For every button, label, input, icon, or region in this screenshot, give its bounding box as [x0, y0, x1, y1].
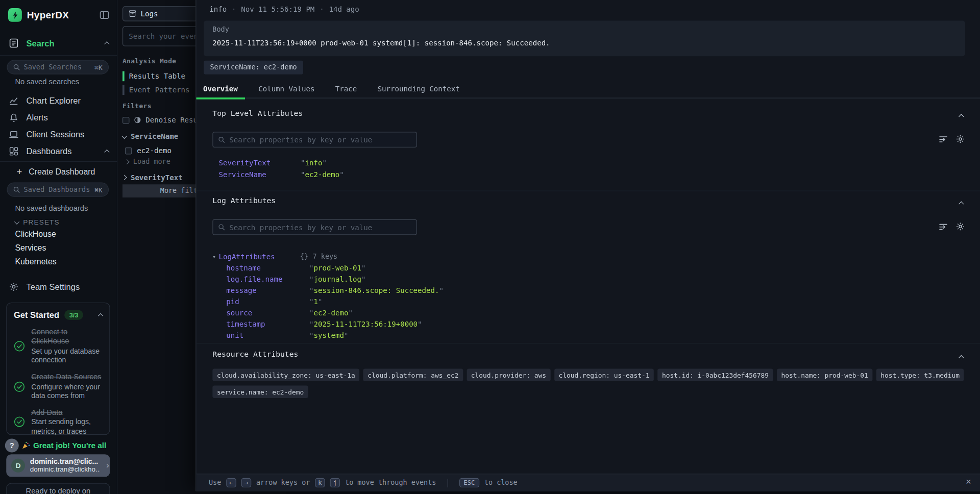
- collapse-section-button[interactable]: [960, 351, 963, 360]
- load-more[interactable]: Load more: [125, 158, 170, 166]
- body-card: Body 2025-11-11T23:56:19+0000 prod-web-0…: [204, 20, 965, 56]
- analysis-mode-option[interactable]: Results Table: [122, 70, 190, 81]
- attribute-key[interactable]: pid: [226, 296, 309, 307]
- saved-searches-input[interactable]: ⌘K: [7, 60, 109, 75]
- user-menu[interactable]: D dominic.tran@clic... dominic.tran@clic…: [6, 454, 110, 477]
- sidebar-item-dashboards[interactable]: Dashboards: [0, 143, 117, 159]
- attribute-key[interactable]: timestamp: [226, 318, 309, 330]
- no-saved-dashboards-text: No saved dashboards: [15, 204, 88, 212]
- tab[interactable]: Overview: [203, 80, 238, 98]
- analysis-mode-option[interactable]: Event Patterns: [122, 84, 190, 95]
- attribute-key[interactable]: unit: [226, 330, 309, 341]
- help-button[interactable]: ?: [5, 439, 19, 453]
- collapse-section-button[interactable]: [960, 110, 963, 119]
- check-circle-icon: [14, 381, 25, 392]
- denoise-checkbox[interactable]: [122, 116, 129, 123]
- create-dashboard-button[interactable]: + Create Dashboard: [15, 166, 95, 177]
- attribute-key[interactable]: message: [226, 285, 309, 296]
- shortcut-hint: ⌘K: [94, 63, 102, 71]
- property-search[interactable]: [212, 132, 416, 147]
- chevron-up-icon: [959, 355, 964, 360]
- get-started-header[interactable]: Get Started 3/3: [14, 310, 103, 320]
- user-name: dominic.tran@clic...: [30, 457, 100, 466]
- laptop-icon: [9, 129, 19, 139]
- property-search-input[interactable]: [229, 135, 411, 144]
- attribute-row: message "session-846.scope: Succeeded.": [226, 285, 444, 296]
- sidebar-item-chart-explorer[interactable]: Chart Explorer: [0, 92, 117, 109]
- tab[interactable]: Surrounding Context: [378, 80, 460, 98]
- saved-searches-field[interactable]: [24, 63, 91, 71]
- sidebar-item-team-settings[interactable]: Team Settings: [0, 279, 117, 295]
- resource-attribute-badge[interactable]: host.name: prod-web-01: [777, 368, 872, 381]
- presets-header[interactable]: PRESETS: [15, 218, 59, 226]
- search-icon: [218, 136, 225, 143]
- filters-label: Filters: [122, 102, 152, 110]
- attribute-key[interactable]: log.file.name: [226, 274, 309, 285]
- presets-label: PRESETS: [23, 218, 59, 226]
- get-started-item[interactable]: Create Data Sources Configure where your…: [14, 373, 103, 401]
- sidebar-item-client-sessions[interactable]: Client Sessions: [0, 126, 117, 142]
- filter-group-severitytext[interactable]: SeverityText: [122, 173, 183, 182]
- wrap-lines-icon[interactable]: [939, 134, 948, 143]
- attribute-value[interactable]: ec2-demo: [305, 170, 339, 179]
- service-name-tag[interactable]: ServiceName: ec2-demo: [204, 61, 303, 75]
- resource-attribute-badge[interactable]: service.name: ec2-demo: [212, 386, 308, 398]
- key-count: 7 keys: [313, 251, 338, 262]
- preset-item[interactable]: ClickHouse: [15, 229, 56, 238]
- filter-option-checkbox[interactable]: [125, 147, 132, 154]
- get-started-item[interactable]: Add Data Start sending logs, metrics, or…: [14, 408, 103, 436]
- search-icon: [13, 64, 20, 70]
- gear-icon[interactable]: [955, 134, 965, 143]
- property-search[interactable]: [212, 219, 416, 235]
- preset-item[interactable]: Kubernetes: [15, 257, 56, 266]
- attribute-key[interactable]: LogAttributes: [219, 251, 300, 262]
- attribute-key[interactable]: SeverityText: [219, 158, 301, 169]
- attribute-value[interactable]: journal.log: [314, 275, 361, 284]
- divider: [0, 161, 117, 162]
- attribute-key[interactable]: ServiceName: [219, 169, 301, 180]
- tab[interactable]: Column Values: [258, 80, 314, 98]
- close-icon[interactable]: ×: [966, 476, 971, 487]
- chevron-up-icon: [98, 313, 103, 318]
- saved-dashboards-input[interactable]: ⌘K: [7, 183, 109, 197]
- filter-group-servicename[interactable]: ServiceName: [122, 132, 178, 140]
- resource-attribute-badge[interactable]: cloud.provider: aws: [467, 368, 550, 381]
- resource-attribute-badge[interactable]: cloud.region: us-east-1: [554, 368, 654, 381]
- source-selector-button[interactable]: Logs: [122, 6, 198, 21]
- saved-dashboards-field[interactable]: [24, 186, 91, 194]
- wrap-lines-icon[interactable]: [939, 222, 948, 231]
- attribute-value[interactable]: ec2-demo: [314, 309, 349, 317]
- resource-attribute-badge[interactable]: host.id: i-0abc123def456789: [657, 368, 773, 381]
- collapse-sidebar-icon[interactable]: [100, 10, 110, 20]
- sidebar-item-label: Dashboards: [26, 146, 97, 156]
- attribute-key[interactable]: hostname: [226, 262, 309, 274]
- attribute-value[interactable]: info: [305, 159, 322, 167]
- attribute-value[interactable]: 2025-11-11T23:56:19+0000: [314, 320, 418, 329]
- search-icon: [218, 224, 225, 230]
- resource-attribute-badge[interactable]: host.type: t3.medium: [876, 368, 964, 381]
- preset-item[interactable]: Services: [15, 243, 56, 252]
- mode-active-bar: [122, 85, 124, 95]
- resource-attribute-badge[interactable]: cloud.availability_zone: us-east-1a: [212, 368, 359, 381]
- collapse-section-button[interactable]: [960, 197, 963, 207]
- gear-icon[interactable]: [955, 222, 965, 231]
- sidebar-item-search[interactable]: Search: [0, 35, 117, 52]
- analysis-mode-label: Analysis Mode: [122, 57, 176, 64]
- analysis-mode-list: Results Table Event Patterns: [122, 70, 190, 95]
- filter-option-row[interactable]: ec2-demo: [125, 146, 172, 155]
- get-started-item[interactable]: Connect to ClickHouse Set up your databa…: [14, 328, 103, 365]
- tab[interactable]: Trace: [335, 80, 357, 98]
- sidebar-item-alerts[interactable]: Alerts: [0, 109, 117, 126]
- log-attributes-root-row[interactable]: ▾ LogAttributes {} 7 keys: [212, 251, 341, 262]
- deploy-banner[interactable]: Ready to deploy on: [6, 483, 110, 494]
- attribute-value[interactable]: session-846.scope: Succeeded.: [314, 286, 439, 295]
- footer-text: Use: [209, 479, 221, 487]
- brand: HyperDX: [8, 8, 69, 22]
- property-search-input[interactable]: [229, 223, 411, 232]
- attribute-key[interactable]: source: [226, 307, 309, 318]
- attribute-value[interactable]: 1: [314, 298, 318, 306]
- resource-attribute-badge[interactable]: cloud.platform: aws_ec2: [363, 368, 463, 381]
- attribute-value[interactable]: prod-web-01: [314, 264, 361, 273]
- attribute-value[interactable]: systemd: [314, 331, 344, 340]
- chevron-down-icon: [121, 134, 127, 139]
